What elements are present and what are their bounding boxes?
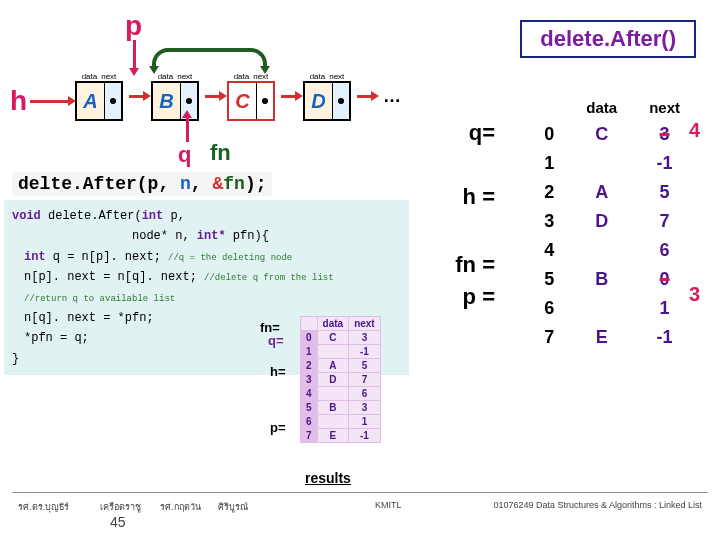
org: KMITL bbox=[375, 500, 402, 510]
h-arrow bbox=[30, 100, 70, 103]
swoop-arrow bbox=[152, 48, 267, 68]
node-b: B bbox=[153, 83, 181, 119]
fn-label: fn bbox=[210, 140, 231, 166]
q-label: q bbox=[178, 142, 191, 168]
author2: เครือตราชู bbox=[100, 500, 141, 514]
p-arrow bbox=[133, 40, 136, 70]
author3: รศ.กฤตวัน bbox=[160, 500, 201, 514]
big-table: datanext 0C3 1-1 2A5 3D7 46 5B0 61 7E-1 bbox=[528, 95, 696, 352]
course: 01076249 Data Structures & Algorithms : … bbox=[493, 500, 702, 510]
author4: ศิริบูรณ์ bbox=[218, 500, 248, 514]
q-arrow bbox=[186, 116, 189, 142]
big-h: h = bbox=[463, 184, 495, 210]
mini-table: datanext 0C3 1-1 2A5 3D7 46 5B3 61 7E-1 bbox=[300, 316, 381, 443]
link-arrow bbox=[129, 95, 145, 98]
node-d: D bbox=[305, 83, 333, 119]
mini-h: h= bbox=[270, 364, 286, 379]
mini-p: p= bbox=[270, 420, 286, 435]
h-label: h bbox=[10, 85, 27, 117]
p-label: p bbox=[125, 10, 142, 42]
link-arrow bbox=[205, 95, 221, 98]
linked-list: datanextA datanextB datanextC datanextD … bbox=[75, 72, 401, 121]
ellipsis: … bbox=[379, 86, 401, 107]
call-line: delte.After(p, n, &fn); bbox=[12, 172, 272, 196]
new-val-3: 3 bbox=[689, 283, 700, 306]
author1: รศ.ดร.บุญธีร์ bbox=[18, 500, 69, 514]
link-arrow bbox=[281, 95, 297, 98]
mini-q: q= bbox=[268, 333, 284, 348]
page-number: 45 bbox=[110, 514, 126, 530]
big-q: q= bbox=[469, 120, 495, 146]
title-box: delete.After() bbox=[520, 20, 696, 58]
node-a: A bbox=[77, 83, 105, 119]
new-val-4: 4 bbox=[689, 119, 700, 142]
big-fn: fn = bbox=[455, 252, 495, 278]
big-p: p = bbox=[463, 284, 495, 310]
link-arrow bbox=[357, 95, 373, 98]
footer: รศ.ดร.บุญธีร์ เครือตราชู รศ.กฤตวัน ศิริบ… bbox=[0, 492, 720, 532]
node-c: C bbox=[229, 83, 257, 119]
results-label: results bbox=[305, 470, 351, 486]
